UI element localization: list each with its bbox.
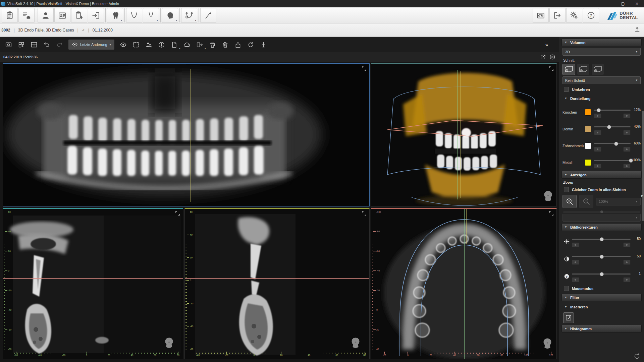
patient-avatar-icon[interactable] — [634, 26, 641, 34]
info-icon[interactable] — [156, 39, 168, 50]
material-color-swatch[interactable] — [585, 126, 591, 132]
zoom-slider[interactable] — [563, 212, 640, 213]
preset-button[interactable] — [572, 260, 579, 265]
intraoral-pen-icon[interactable] — [200, 8, 216, 23]
section-inserieren[interactable]: ▼ Inserieren — [561, 303, 642, 311]
section-volumen[interactable]: ▼ Volumen — [561, 39, 642, 46]
report-icon[interactable]: ▾ — [168, 39, 180, 50]
select-region-icon[interactable] — [130, 39, 142, 50]
preset-button[interactable] — [594, 147, 601, 152]
same-zoom-checkbox[interactable] — [564, 187, 569, 192]
export-icon[interactable]: ▾ — [194, 39, 206, 50]
arch-lower-icon[interactable]: ▾ — [143, 8, 159, 23]
import-icon[interactable] — [88, 8, 104, 23]
arch-upper-icon[interactable] — [126, 8, 142, 23]
orientation-head-icon[interactable] — [351, 337, 361, 350]
insert-annotation-button[interactable] — [563, 312, 574, 323]
fullscreen-icon[interactable] — [175, 211, 180, 217]
archive-icon[interactable] — [533, 8, 549, 23]
patient-list-icon[interactable] — [2, 8, 18, 23]
layout-icon[interactable] — [28, 39, 40, 50]
contrast-slider[interactable] — [572, 256, 631, 257]
volume-3d-panel[interactable] — [371, 63, 557, 206]
sidebar-scrollbar[interactable] — [642, 111, 644, 221]
zoom-out-button[interactable] — [579, 195, 593, 208]
tooth-xray-icon[interactable]: ▾ — [107, 8, 123, 23]
preset-button[interactable] — [623, 113, 631, 118]
section-darstellung[interactable]: ▼ Darstellung — [561, 95, 642, 102]
close-study-icon[interactable] — [549, 54, 555, 60]
brightness-slider[interactable] — [572, 239, 631, 240]
preset-button[interactable] — [623, 130, 631, 135]
material-color-swatch[interactable] — [585, 142, 591, 149]
worklist-icon[interactable] — [18, 8, 35, 23]
minimize-button[interactable]: – — [602, 0, 616, 7]
toolbar-overflow-button[interactable]: » — [545, 42, 547, 48]
section-anzeigen[interactable]: ▼ Anzeigen — [561, 171, 642, 179]
ceph-head-icon[interactable]: ▾ — [162, 8, 178, 23]
mausmodus-checkbox-row[interactable]: Mausmodus — [564, 286, 639, 291]
open-external-icon[interactable] — [540, 54, 546, 60]
undo-icon[interactable] — [41, 39, 53, 50]
section-bildkorrekturen[interactable]: ▼ Bildkorrekturen — [561, 223, 642, 231]
add-view-icon[interactable] — [15, 39, 27, 50]
axial-view-panel[interactable]: -100-80-60-40-2002040 -20020406080100120 — [371, 208, 557, 359]
volume-mode-select[interactable]: 3D ▼ — [562, 48, 641, 56]
new-order-icon[interactable] — [71, 8, 87, 23]
patient-icon[interactable] — [38, 8, 54, 23]
panorama-view-panel[interactable] — [3, 63, 370, 206]
preset-button[interactable] — [623, 277, 631, 282]
orientation-head-icon[interactable] — [543, 190, 553, 203]
patient-name[interactable]: 3D Endo Fälle, 3D Endo Cases — [18, 28, 74, 33]
delete-icon[interactable] — [219, 39, 231, 50]
patient-record-icon[interactable] — [54, 8, 70, 23]
settings-icon[interactable] — [566, 8, 582, 23]
view-preset-select[interactable]: ▼ — [562, 214, 641, 222]
cross-section-panel[interactable]: 6040200-20-40-60 -40-20020406080 — [184, 208, 370, 359]
fullscreen-icon[interactable] — [362, 66, 367, 72]
opacity-slider[interactable] — [594, 143, 631, 144]
fullscreen-icon[interactable] — [362, 211, 367, 217]
preset-button[interactable] — [572, 242, 579, 247]
invert-checkbox-row[interactable]: Umkehren — [564, 87, 639, 92]
maximize-button[interactable]: ▢ — [616, 0, 630, 7]
gamma-slider[interactable] — [572, 274, 631, 275]
mausmodus-checkbox[interactable] — [564, 286, 569, 291]
slice-mode-1-button[interactable] — [562, 64, 575, 75]
close-button[interactable]: ✕ — [630, 0, 644, 7]
sagittal-view-panel[interactable]: 6040200-20-40-60-80 -60-40-20020406080 — [3, 208, 183, 359]
zoom-level-select[interactable]: 100% ▼ — [596, 198, 641, 205]
share-icon[interactable] — [232, 39, 244, 50]
opacity-slider[interactable] — [594, 110, 631, 111]
cbct-jaw-icon[interactable]: ▾ — [181, 8, 197, 23]
preset-button[interactable] — [594, 113, 601, 118]
orientation-head-icon[interactable] — [542, 338, 552, 351]
fullscreen-icon[interactable] — [549, 66, 554, 72]
fullscreen-icon[interactable] — [549, 211, 554, 217]
logout-icon[interactable] — [549, 8, 566, 23]
section-histogramm[interactable]: ▼ Histogramm — [561, 325, 642, 333]
same-zoom-checkbox-row[interactable]: Gleicher Zoom in allen Sichten — [564, 187, 639, 192]
cloud-icon[interactable] — [181, 39, 193, 50]
single-view-icon[interactable] — [2, 39, 14, 50]
preset-button[interactable] — [623, 147, 631, 152]
redo-icon[interactable] — [53, 39, 65, 50]
preset-button[interactable] — [572, 277, 579, 282]
view-state-icon[interactable] — [117, 39, 129, 50]
preset-button[interactable] — [594, 130, 601, 135]
preset-button[interactable] — [623, 242, 631, 247]
help-icon[interactable] — [583, 8, 599, 23]
sync-icon[interactable] — [633, 353, 641, 361]
material-color-swatch[interactable] — [585, 109, 591, 116]
section-filter[interactable]: ▼ Filter — [561, 294, 642, 301]
refresh-icon[interactable] — [245, 39, 257, 50]
slice-mode-2-button[interactable] — [577, 64, 590, 75]
preset-button[interactable] — [623, 260, 631, 265]
invert-checkbox[interactable] — [564, 87, 569, 92]
panel-expander-arrow[interactable]: ► — [641, 194, 644, 197]
opacity-slider[interactable] — [594, 126, 631, 127]
slice-mode-3-button[interactable] — [591, 64, 604, 75]
preset-button[interactable] — [594, 164, 601, 169]
find-patient-image-icon[interactable] — [143, 39, 155, 50]
orientation-head-icon[interactable] — [164, 337, 174, 350]
